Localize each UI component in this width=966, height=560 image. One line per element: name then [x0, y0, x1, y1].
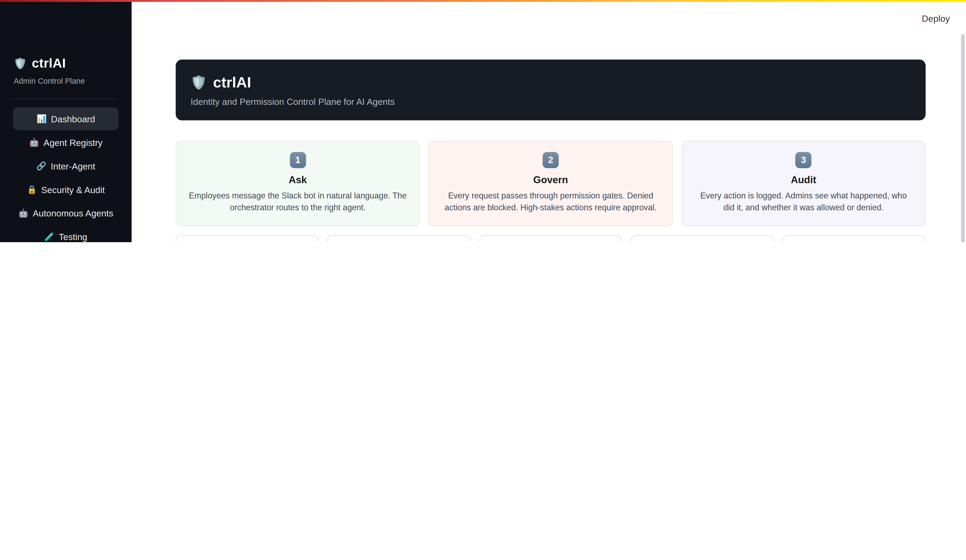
metric-active-agents: 🤖 ACTIVE AGENTS 6/6: [176, 235, 319, 242]
sidebar-item-dashboard[interactable]: 📊 Dashboard: [13, 107, 118, 130]
shield-icon: 🛡️: [191, 75, 207, 89]
metric-denials: 🚫 DENIALS 728: [479, 235, 622, 242]
test-tube-icon: 🧪: [44, 233, 54, 241]
sidebar-divider-top: [14, 99, 118, 99]
sidebar-item-security-audit[interactable]: 🔒 Security & Audit: [13, 178, 118, 201]
step-title: Audit: [695, 174, 913, 186]
sidebar: 🛡️ ctrlAI Admin Control Plane 📊 Dashboar…: [0, 0, 131, 242]
sidebar-brand-subtitle: Admin Control Plane: [14, 77, 132, 85]
keycap-3-icon: 3: [795, 152, 812, 168]
sidebar-item-label: Dashboard: [51, 114, 95, 124]
shield-icon: 🛡️: [14, 58, 27, 69]
hero-banner: 🛡️ ctrlAI Identity and Permission Contro…: [176, 59, 926, 120]
content-block: 🛡️ ctrlAI Identity and Permission Contro…: [176, 59, 926, 242]
app-root: 🛡️ ctrlAI Admin Control Plane 📊 Dashboar…: [0, 0, 966, 242]
top-decoration-bar: [0, 0, 966, 2]
sidebar-item-label: Autonomous Agents: [33, 208, 113, 218]
sidebar-item-agent-registry[interactable]: 🤖 Agent Registry: [13, 131, 118, 154]
keycap-2-icon: 2: [542, 152, 559, 168]
page-title: ctrlAI: [213, 74, 251, 91]
step-card-ask: 1 Ask Employees message the Slack bot in…: [176, 141, 420, 226]
deploy-button[interactable]: Deploy: [922, 14, 950, 24]
step-card-govern: 2 Govern Every request passes through pe…: [429, 141, 673, 226]
link-icon: 🔗: [36, 162, 46, 170]
page-subtitle: Identity and Permission Control Plane fo…: [191, 97, 911, 106]
bar-chart-icon: 📊: [36, 115, 47, 123]
metric-inter-agent: 🔗 INTER-AGENT 1257: [783, 235, 926, 242]
sidebar-brand: 🛡️ ctrlAI: [14, 56, 132, 71]
sidebar-item-label: Testing: [59, 232, 87, 242]
sidebar-brand-title: ctrlAI: [32, 56, 66, 71]
steps-row: 1 Ask Employees message the Slack bot in…: [176, 141, 926, 226]
sidebar-item-label: Security & Audit: [41, 185, 105, 195]
sidebar-nav: 📊 Dashboard 🤖 Agent Registry 🔗 Inter-Age…: [0, 107, 131, 242]
step-description: Every request passes through permission …: [442, 190, 660, 213]
step-description: Employees message the Slack bot in natur…: [189, 190, 407, 213]
step-title: Ask: [189, 174, 407, 186]
sidebar-item-inter-agent[interactable]: 🔗 Inter-Agent: [13, 154, 118, 178]
lock-icon: 🔒: [27, 186, 37, 194]
robot-icon: 🤖: [18, 209, 28, 217]
metric-total-events: 📊 TOTAL EVENTS 3380: [327, 235, 470, 242]
robot-icon: 🤖: [29, 138, 39, 146]
step-title: Govern: [442, 174, 660, 186]
step-card-audit: 3 Audit Every action is logged. Admins s…: [682, 141, 926, 226]
sidebar-item-label: Agent Registry: [43, 137, 102, 147]
scrollbar[interactable]: [961, 34, 964, 242]
sidebar-item-testing[interactable]: 🧪 Testing: [13, 225, 118, 242]
sidebar-item-autonomous-agents[interactable]: 🤖 Autonomous Agents: [13, 202, 118, 225]
keycap-1-icon: 1: [290, 152, 306, 168]
metrics-row: 🤖 ACTIVE AGENTS 6/6 📊 TOTAL EVENTS 3380 …: [176, 235, 926, 242]
sidebar-item-label: Inter-Agent: [51, 161, 95, 171]
metric-ciba-events: 🔐 CIBA EVENTS 86: [631, 235, 774, 242]
main-content: Deploy 🛡️ ctrlAI Identity and Permission…: [131, 0, 966, 242]
step-description: Every action is logged. Admins see what …: [695, 190, 913, 213]
